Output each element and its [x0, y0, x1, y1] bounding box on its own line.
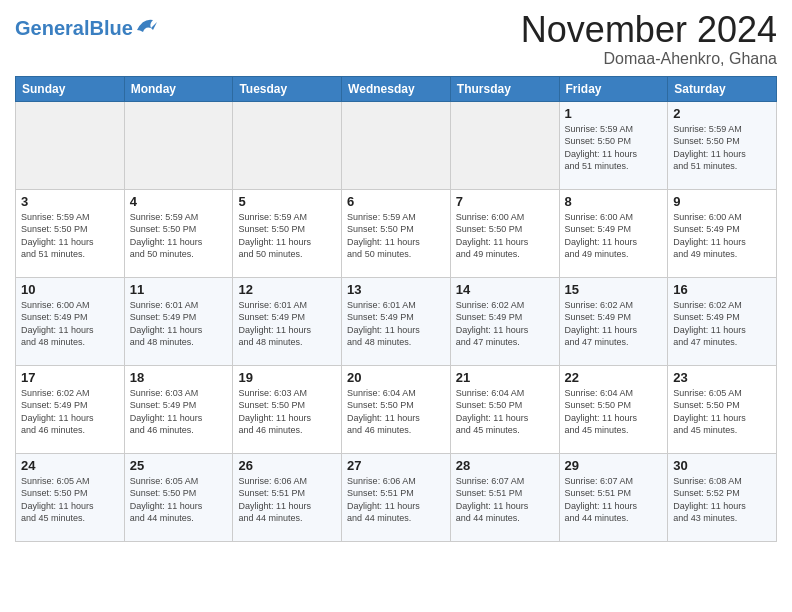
day-info: Sunrise: 6:04 AM Sunset: 5:50 PM Dayligh…: [565, 387, 663, 437]
calendar-cell: 10Sunrise: 6:00 AM Sunset: 5:49 PM Dayli…: [16, 277, 125, 365]
calendar-cell: 2Sunrise: 5:59 AM Sunset: 5:50 PM Daylig…: [668, 101, 777, 189]
day-number: 24: [21, 458, 119, 473]
day-number: 3: [21, 194, 119, 209]
day-number: 21: [456, 370, 554, 385]
weekday-header-tuesday: Tuesday: [233, 76, 342, 101]
weekday-header-monday: Monday: [124, 76, 233, 101]
day-number: 5: [238, 194, 336, 209]
calendar-cell: 21Sunrise: 6:04 AM Sunset: 5:50 PM Dayli…: [450, 365, 559, 453]
day-number: 2: [673, 106, 771, 121]
day-number: 12: [238, 282, 336, 297]
day-info: Sunrise: 6:05 AM Sunset: 5:50 PM Dayligh…: [21, 475, 119, 525]
day-info: Sunrise: 6:06 AM Sunset: 5:51 PM Dayligh…: [347, 475, 445, 525]
day-number: 22: [565, 370, 663, 385]
day-number: 17: [21, 370, 119, 385]
day-info: Sunrise: 5:59 AM Sunset: 5:50 PM Dayligh…: [347, 211, 445, 261]
day-number: 14: [456, 282, 554, 297]
calendar-cell: 27Sunrise: 6:06 AM Sunset: 5:51 PM Dayli…: [342, 453, 451, 541]
calendar-week-5: 24Sunrise: 6:05 AM Sunset: 5:50 PM Dayli…: [16, 453, 777, 541]
calendar-cell: 6Sunrise: 5:59 AM Sunset: 5:50 PM Daylig…: [342, 189, 451, 277]
day-number: 8: [565, 194, 663, 209]
day-number: 29: [565, 458, 663, 473]
calendar-cell: 9Sunrise: 6:00 AM Sunset: 5:49 PM Daylig…: [668, 189, 777, 277]
calendar-week-4: 17Sunrise: 6:02 AM Sunset: 5:49 PM Dayli…: [16, 365, 777, 453]
day-number: 16: [673, 282, 771, 297]
day-info: Sunrise: 6:06 AM Sunset: 5:51 PM Dayligh…: [238, 475, 336, 525]
calendar-cell: 12Sunrise: 6:01 AM Sunset: 5:49 PM Dayli…: [233, 277, 342, 365]
day-info: Sunrise: 5:59 AM Sunset: 5:50 PM Dayligh…: [565, 123, 663, 173]
day-info: Sunrise: 6:04 AM Sunset: 5:50 PM Dayligh…: [347, 387, 445, 437]
day-number: 18: [130, 370, 228, 385]
day-info: Sunrise: 6:07 AM Sunset: 5:51 PM Dayligh…: [456, 475, 554, 525]
day-number: 25: [130, 458, 228, 473]
day-number: 1: [565, 106, 663, 121]
calendar-cell: 5Sunrise: 5:59 AM Sunset: 5:50 PM Daylig…: [233, 189, 342, 277]
day-number: 23: [673, 370, 771, 385]
calendar-cell: 7Sunrise: 6:00 AM Sunset: 5:50 PM Daylig…: [450, 189, 559, 277]
day-info: Sunrise: 5:59 AM Sunset: 5:50 PM Dayligh…: [130, 211, 228, 261]
logo-text: GeneralBlue: [15, 18, 133, 38]
day-number: 27: [347, 458, 445, 473]
calendar-cell: 26Sunrise: 6:06 AM Sunset: 5:51 PM Dayli…: [233, 453, 342, 541]
day-info: Sunrise: 6:04 AM Sunset: 5:50 PM Dayligh…: [456, 387, 554, 437]
calendar-cell: 19Sunrise: 6:03 AM Sunset: 5:50 PM Dayli…: [233, 365, 342, 453]
day-info: Sunrise: 6:02 AM Sunset: 5:49 PM Dayligh…: [456, 299, 554, 349]
month-title: November 2024: [521, 10, 777, 50]
day-number: 7: [456, 194, 554, 209]
location: Domaa-Ahenkro, Ghana: [521, 50, 777, 68]
weekday-header-sunday: Sunday: [16, 76, 125, 101]
calendar-week-3: 10Sunrise: 6:00 AM Sunset: 5:49 PM Dayli…: [16, 277, 777, 365]
weekday-header-thursday: Thursday: [450, 76, 559, 101]
logo: GeneralBlue: [15, 10, 157, 38]
day-number: 6: [347, 194, 445, 209]
weekday-header-friday: Friday: [559, 76, 668, 101]
calendar-cell: 28Sunrise: 6:07 AM Sunset: 5:51 PM Dayli…: [450, 453, 559, 541]
calendar-header-row: SundayMondayTuesdayWednesdayThursdayFrid…: [16, 76, 777, 101]
calendar-cell: 25Sunrise: 6:05 AM Sunset: 5:50 PM Dayli…: [124, 453, 233, 541]
calendar-cell: 20Sunrise: 6:04 AM Sunset: 5:50 PM Dayli…: [342, 365, 451, 453]
calendar-cell: 15Sunrise: 6:02 AM Sunset: 5:49 PM Dayli…: [559, 277, 668, 365]
day-info: Sunrise: 6:07 AM Sunset: 5:51 PM Dayligh…: [565, 475, 663, 525]
day-number: 13: [347, 282, 445, 297]
logo-general: General: [15, 17, 89, 39]
day-info: Sunrise: 6:01 AM Sunset: 5:49 PM Dayligh…: [347, 299, 445, 349]
day-info: Sunrise: 6:00 AM Sunset: 5:49 PM Dayligh…: [565, 211, 663, 261]
calendar-cell: 3Sunrise: 5:59 AM Sunset: 5:50 PM Daylig…: [16, 189, 125, 277]
page: GeneralBlue November 2024 Domaa-Ahenkro,…: [0, 0, 792, 557]
day-number: 19: [238, 370, 336, 385]
day-info: Sunrise: 5:59 AM Sunset: 5:50 PM Dayligh…: [21, 211, 119, 261]
day-number: 15: [565, 282, 663, 297]
logo-bird-icon: [135, 16, 157, 36]
header: GeneralBlue November 2024 Domaa-Ahenkro,…: [15, 10, 777, 68]
calendar-cell: 11Sunrise: 6:01 AM Sunset: 5:49 PM Dayli…: [124, 277, 233, 365]
calendar-cell: [342, 101, 451, 189]
calendar-cell: 17Sunrise: 6:02 AM Sunset: 5:49 PM Dayli…: [16, 365, 125, 453]
day-info: Sunrise: 6:03 AM Sunset: 5:50 PM Dayligh…: [238, 387, 336, 437]
calendar-cell: 29Sunrise: 6:07 AM Sunset: 5:51 PM Dayli…: [559, 453, 668, 541]
day-number: 20: [347, 370, 445, 385]
calendar-cell: [450, 101, 559, 189]
calendar-cell: 24Sunrise: 6:05 AM Sunset: 5:50 PM Dayli…: [16, 453, 125, 541]
day-info: Sunrise: 6:03 AM Sunset: 5:49 PM Dayligh…: [130, 387, 228, 437]
day-number: 28: [456, 458, 554, 473]
calendar-cell: [233, 101, 342, 189]
day-number: 11: [130, 282, 228, 297]
calendar-week-2: 3Sunrise: 5:59 AM Sunset: 5:50 PM Daylig…: [16, 189, 777, 277]
day-number: 10: [21, 282, 119, 297]
calendar-table: SundayMondayTuesdayWednesdayThursdayFrid…: [15, 76, 777, 542]
calendar-week-1: 1Sunrise: 5:59 AM Sunset: 5:50 PM Daylig…: [16, 101, 777, 189]
day-info: Sunrise: 5:59 AM Sunset: 5:50 PM Dayligh…: [673, 123, 771, 173]
day-info: Sunrise: 6:00 AM Sunset: 5:49 PM Dayligh…: [673, 211, 771, 261]
calendar-cell: 8Sunrise: 6:00 AM Sunset: 5:49 PM Daylig…: [559, 189, 668, 277]
calendar-cell: 14Sunrise: 6:02 AM Sunset: 5:49 PM Dayli…: [450, 277, 559, 365]
calendar-cell: 4Sunrise: 5:59 AM Sunset: 5:50 PM Daylig…: [124, 189, 233, 277]
day-info: Sunrise: 6:02 AM Sunset: 5:49 PM Dayligh…: [673, 299, 771, 349]
day-info: Sunrise: 6:00 AM Sunset: 5:49 PM Dayligh…: [21, 299, 119, 349]
day-info: Sunrise: 6:01 AM Sunset: 5:49 PM Dayligh…: [238, 299, 336, 349]
weekday-header-saturday: Saturday: [668, 76, 777, 101]
calendar-cell: 1Sunrise: 5:59 AM Sunset: 5:50 PM Daylig…: [559, 101, 668, 189]
day-info: Sunrise: 6:05 AM Sunset: 5:50 PM Dayligh…: [130, 475, 228, 525]
calendar-cell: 23Sunrise: 6:05 AM Sunset: 5:50 PM Dayli…: [668, 365, 777, 453]
logo-blue: Blue: [89, 17, 132, 39]
day-info: Sunrise: 6:08 AM Sunset: 5:52 PM Dayligh…: [673, 475, 771, 525]
